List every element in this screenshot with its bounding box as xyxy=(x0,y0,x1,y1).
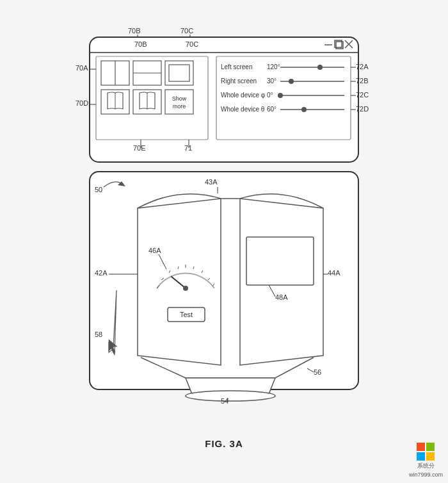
svg-text:Whole device φ: Whole device φ xyxy=(221,92,266,99)
svg-text:30°: 30° xyxy=(267,78,276,85)
svg-text:0°: 0° xyxy=(267,92,273,99)
watermark: 系统分 win7999.com xyxy=(409,443,443,478)
svg-point-27 xyxy=(317,65,323,70)
svg-text:43A: 43A xyxy=(205,178,218,186)
svg-text:more: more xyxy=(173,103,186,110)
svg-text:70B: 70B xyxy=(128,27,141,35)
svg-text:71: 71 xyxy=(184,144,192,152)
svg-text:72D: 72D xyxy=(356,105,369,113)
svg-text:70A: 70A xyxy=(76,64,88,72)
svg-text:56: 56 xyxy=(314,368,321,376)
svg-rect-75 xyxy=(246,237,314,285)
svg-text:Whole device θ: Whole device θ xyxy=(221,106,265,113)
svg-text:Left screen: Left screen xyxy=(221,63,252,70)
svg-text:42A: 42A xyxy=(95,269,108,277)
svg-text:70C: 70C xyxy=(186,40,198,48)
svg-text:Show: Show xyxy=(172,95,187,102)
watermark-text: 系统分 xyxy=(417,462,435,470)
svg-text:60°: 60° xyxy=(267,106,276,113)
fig-label: FIG. 3A xyxy=(205,438,243,449)
svg-point-39 xyxy=(301,107,307,112)
svg-text:72C: 72C xyxy=(356,91,369,99)
svg-text:46A: 46A xyxy=(148,247,161,254)
svg-text:70B: 70B xyxy=(134,40,147,48)
svg-text:50: 50 xyxy=(95,186,102,193)
main-container: 70B 70C Show xyxy=(0,0,448,483)
svg-point-72 xyxy=(183,286,188,291)
svg-point-61 xyxy=(186,391,275,401)
svg-text:70D: 70D xyxy=(76,99,88,107)
svg-text:72A: 72A xyxy=(356,63,369,70)
svg-text:Right screen: Right screen xyxy=(221,78,257,85)
patent-diagram: 70B 70C Show xyxy=(38,19,410,429)
ms-logo xyxy=(417,443,435,461)
svg-text:70C: 70C xyxy=(180,27,193,35)
svg-text:44A: 44A xyxy=(328,269,340,277)
svg-point-31 xyxy=(289,79,294,84)
svg-text:58: 58 xyxy=(95,331,102,338)
svg-text:48A: 48A xyxy=(275,293,288,301)
svg-point-35 xyxy=(278,93,283,98)
svg-text:70E: 70E xyxy=(133,144,146,152)
svg-text:Test: Test xyxy=(180,311,193,318)
svg-text:120°: 120° xyxy=(267,63,280,70)
svg-text:54: 54 xyxy=(221,397,228,405)
svg-text:72B: 72B xyxy=(356,77,369,85)
svg-rect-20 xyxy=(165,90,193,114)
watermark-subtext: win7999.com xyxy=(409,471,443,478)
